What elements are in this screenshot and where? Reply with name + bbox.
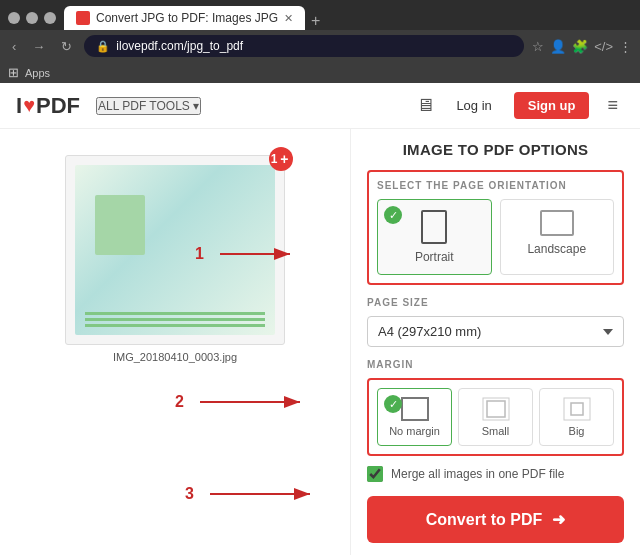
- logo-i: I: [16, 93, 22, 119]
- all-tools-label: ALL PDF TOOLS: [98, 99, 190, 113]
- badge-number: 1: [271, 152, 278, 166]
- hamburger-menu-btn[interactable]: ≡: [601, 91, 624, 120]
- convert-btn[interactable]: Convert to PDF ➜: [367, 496, 624, 543]
- minimize-window-btn[interactable]: [26, 12, 38, 24]
- merge-checkbox[interactable]: [367, 466, 383, 482]
- maximize-window-btn[interactable]: [44, 12, 56, 24]
- tab-favicon: [76, 11, 90, 25]
- arrow-circle-icon: ➜: [552, 510, 565, 529]
- page-size-label: PAGE SIZE: [367, 297, 624, 308]
- svg-rect-9: [487, 401, 505, 417]
- apps-label: Apps: [25, 67, 50, 79]
- margin-section-label: MARGIN: [367, 359, 624, 370]
- orientation-section-label: SELECT THE PAGE ORIENTATION: [377, 180, 614, 191]
- no-margin-label: No margin: [389, 425, 440, 437]
- svg-rect-10: [564, 398, 590, 420]
- panel-title: IMAGE TO PDF OPTIONS: [367, 141, 624, 158]
- orientation-options: ✓ Portrait Landscape: [377, 199, 614, 275]
- star-icon[interactable]: ☆: [532, 39, 544, 54]
- orientation-section: SELECT THE PAGE ORIENTATION ✓ Portrait L…: [367, 170, 624, 285]
- arrow-1-svg: [210, 239, 300, 269]
- orientation-portrait-option[interactable]: ✓ Portrait: [377, 199, 492, 275]
- margin-none-option[interactable]: ✓ No margin: [377, 388, 452, 446]
- no-margin-icon: [401, 397, 429, 421]
- main-area: 1 + IMG_20180410_0003.jpg 1 2: [0, 129, 640, 555]
- logo-heart-icon: ♥: [23, 94, 35, 117]
- window-controls: [8, 12, 56, 24]
- extension-icon[interactable]: 🧩: [572, 39, 588, 54]
- login-btn[interactable]: Log in: [446, 93, 501, 118]
- merge-label: Merge all images in one PDF file: [391, 467, 564, 481]
- svg-rect-7: [402, 398, 428, 420]
- site-header: I ♥ PDF ALL PDF TOOLS ▾ 🖥 Log in Sign up…: [0, 83, 640, 129]
- browser-actions: ☆ 👤 🧩 </> ⋮: [532, 39, 632, 54]
- site-logo: I ♥ PDF: [16, 93, 80, 119]
- bookmarks-bar: ⊞ Apps: [0, 62, 640, 83]
- download-icon: 🖥: [416, 95, 434, 116]
- margin-small-option[interactable]: Small: [458, 388, 533, 446]
- merge-row: Merge all images in one PDF file: [367, 466, 624, 482]
- margin-big-option[interactable]: Big: [539, 388, 614, 446]
- logo-pdf: PDF: [36, 93, 80, 119]
- arrow-2-label: 2: [175, 393, 184, 411]
- annotation-1: 1: [195, 239, 300, 269]
- tab-close-btn[interactable]: ✕: [284, 12, 293, 25]
- annotation-3: 3: [185, 479, 320, 509]
- new-tab-btn[interactable]: +: [305, 12, 326, 30]
- margin-options: ✓ No margin: [377, 388, 614, 446]
- small-margin-icon: [482, 397, 510, 421]
- refresh-btn[interactable]: ↻: [57, 37, 76, 56]
- apps-grid-icon: ⊞: [8, 65, 19, 80]
- portrait-rect-icon: [421, 210, 447, 244]
- more-options-btn[interactable]: ⋮: [619, 39, 632, 54]
- arrow-3-label: 3: [185, 485, 194, 503]
- arrow-1-label: 1: [195, 245, 204, 263]
- tab-title: Convert JPG to PDF: Images JPG: [96, 11, 278, 25]
- arrow-3-svg: [200, 479, 320, 509]
- image-filename: IMG_20180410_0003.jpg: [113, 351, 237, 363]
- profile-icon[interactable]: 👤: [550, 39, 566, 54]
- big-margin-icon: [563, 397, 591, 421]
- margin-section: MARGIN ✓ No margin: [367, 359, 624, 456]
- chevron-down-icon: ▾: [193, 99, 199, 113]
- convert-btn-label: Convert to PDF: [426, 511, 542, 529]
- page-size-section: PAGE SIZE A4 (297x210 mm) Letter Legal A…: [367, 297, 624, 347]
- orientation-landscape-option[interactable]: Landscape: [500, 199, 615, 275]
- browser-chrome: Convert JPG to PDF: Images JPG ✕ +: [0, 0, 640, 30]
- left-panel: 1 + IMG_20180410_0003.jpg 1 2: [0, 129, 350, 555]
- add-icon: +: [277, 152, 291, 166]
- page-size-select[interactable]: A4 (297x210 mm) Letter Legal A3: [367, 316, 624, 347]
- all-tools-btn[interactable]: ALL PDF TOOLS ▾: [96, 97, 201, 115]
- signup-btn[interactable]: Sign up: [514, 92, 590, 119]
- landscape-label: Landscape: [527, 242, 586, 256]
- portrait-check-icon: ✓: [384, 206, 402, 224]
- back-btn[interactable]: ‹: [8, 37, 20, 56]
- code-icon[interactable]: </>: [594, 39, 613, 54]
- svg-rect-6: [402, 398, 428, 420]
- margin-options-box: ✓ No margin: [367, 378, 624, 456]
- arrow-2-svg: [190, 387, 310, 417]
- active-tab[interactable]: Convert JPG to PDF: Images JPG ✕: [64, 6, 305, 30]
- svg-rect-11: [571, 403, 583, 415]
- url-text: ilovepdf.com/jpg_to_pdf: [116, 39, 243, 53]
- no-margin-check-icon: ✓: [384, 395, 402, 413]
- image-count-badge: 1 +: [269, 147, 293, 171]
- tab-row: Convert JPG to PDF: Images JPG ✕ +: [64, 6, 632, 30]
- small-margin-label: Small: [482, 425, 510, 437]
- url-bar[interactable]: 🔒 ilovepdf.com/jpg_to_pdf: [84, 35, 524, 57]
- big-margin-label: Big: [569, 425, 585, 437]
- address-bar: ‹ → ↻ 🔒 ilovepdf.com/jpg_to_pdf ☆ 👤 🧩 </…: [0, 30, 640, 62]
- lock-icon: 🔒: [96, 40, 110, 53]
- right-panel: IMAGE TO PDF OPTIONS SELECT THE PAGE ORI…: [350, 129, 640, 555]
- annotation-2: 2: [175, 387, 310, 417]
- portrait-label: Portrait: [415, 250, 454, 264]
- page-content: I ♥ PDF ALL PDF TOOLS ▾ 🖥 Log in Sign up…: [0, 83, 640, 558]
- landscape-rect-icon: [540, 210, 574, 236]
- close-window-btn[interactable]: [8, 12, 20, 24]
- forward-btn[interactable]: →: [28, 37, 49, 56]
